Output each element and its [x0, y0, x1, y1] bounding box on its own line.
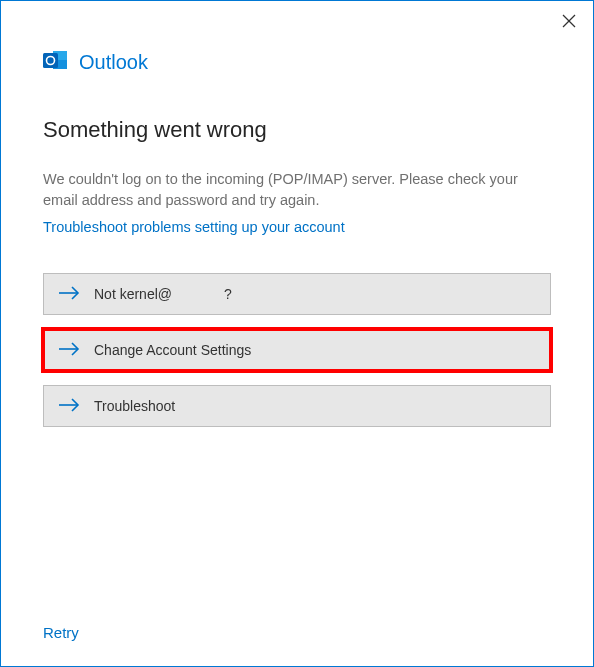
not-account-label: Not kernel@ ? [94, 286, 232, 302]
dialog-content: Outlook Something went wrong We couldn't… [1, 1, 593, 666]
options-list: Not kernel@ ? Change Account Settings [43, 273, 551, 427]
brand-name: Outlook [79, 51, 148, 74]
error-description: We couldn't log on to the incoming (POP/… [43, 169, 551, 211]
troubleshoot-label: Troubleshoot [94, 398, 175, 414]
troubleshoot-help-link[interactable]: Troubleshoot problems setting up your ac… [43, 219, 551, 235]
error-heading: Something went wrong [43, 117, 551, 143]
svg-rect-4 [43, 53, 58, 68]
not-account-button[interactable]: Not kernel@ ? [43, 273, 551, 315]
brand-header: Outlook [43, 47, 551, 77]
change-account-settings-button[interactable]: Change Account Settings [43, 329, 551, 371]
dialog-footer: Retry [43, 604, 551, 642]
troubleshoot-button[interactable]: Troubleshoot [43, 385, 551, 427]
change-settings-label: Change Account Settings [94, 342, 251, 358]
close-button[interactable] [559, 11, 579, 31]
email-suffix: ? [224, 286, 232, 302]
arrow-right-icon [58, 286, 80, 303]
outlook-icon [43, 47, 69, 77]
arrow-right-icon [58, 342, 80, 359]
email-prefix: Not kernel@ [94, 286, 172, 302]
arrow-right-icon [58, 398, 80, 415]
outlook-setup-dialog: Outlook Something went wrong We couldn't… [0, 0, 594, 667]
close-icon [562, 14, 576, 28]
retry-link[interactable]: Retry [43, 624, 79, 641]
obscured-domain [172, 287, 224, 301]
